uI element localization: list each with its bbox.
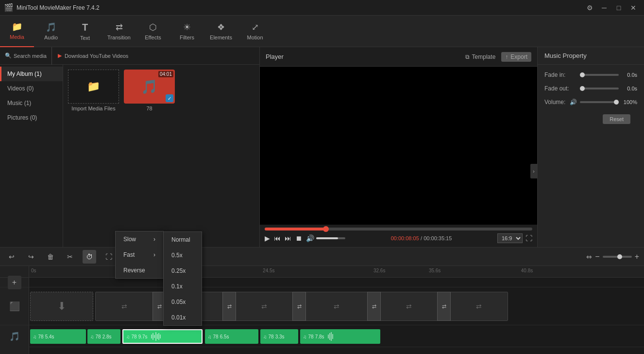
crop-button[interactable]: ⛶ [102,250,116,264]
toolbar-item-media[interactable]: 📁 Media [0,16,34,47]
speed-0.1x[interactable]: 0.1x [164,279,202,294]
audio-icon: 🎵 [46,22,56,33]
video-clip-4[interactable]: ⇄ [305,292,368,321]
speed-button[interactable]: ⏱ [83,250,96,264]
media-search-bar: 🔍 Search media ▶ Download YouTube Videos [0,47,259,65]
transition-clip-2[interactable]: ⇄ [222,292,236,321]
audio-clip-3-selected[interactable]: ♫ 78 9.7s [122,329,203,344]
toolbar-label-motion: Motion [247,35,263,40]
sidebar: My Album (1) Videos (0) Music (1) Pictur… [0,65,63,247]
transition-icon: ⇄ [116,22,123,33]
export-button[interactable]: ↑ Export [501,52,531,62]
reverse-icon-4: ⇄ [334,302,339,310]
aspect-ratio-select[interactable]: 16:9 9:16 1:1 4:3 [497,233,523,243]
progress-bar[interactable] [265,228,532,230]
toolbar-item-text[interactable]: T Text [68,16,102,47]
transition-clip-3[interactable]: ⇄ [292,292,306,321]
video-clip-5[interactable]: ⇄ [380,292,438,321]
stop-button[interactable]: ⏹ [295,234,302,242]
sidebar-item-my-album[interactable]: My Album (1) [0,67,63,81]
toolbar-item-audio[interactable]: 🎵 Audio [34,16,68,47]
transition-clip-5[interactable]: ⇄ [437,292,451,321]
template-button[interactable]: ⧉ Template [465,52,496,62]
speed-normal[interactable]: Normal [164,232,202,248]
player-title: Player [266,53,284,60]
toolbar-label-media: Media [10,34,24,40]
zoom-controls: ⇔ − + [586,252,639,261]
properties-content: Fade in: 0.0s Fade out: 0.0s V [538,65,644,112]
mute-button[interactable]: 🔊 [306,234,314,242]
speed-menu: Slow › Normal 0.5x 0.25x 0.1x 0.05x 0.01… [115,231,164,279]
video-clip-1[interactable]: ⇄ [95,292,153,321]
redo-button[interactable]: ↪ [24,250,38,264]
speed-0.05x[interactable]: 0.05x [164,294,202,310]
zoom-in-button[interactable]: + [635,252,639,261]
volume-prop-slider[interactable] [580,101,619,103]
music-card-1[interactable]: 🎵 04:01 ✓ 78 [124,70,175,111]
video-clip-6[interactable]: ⇄ [450,292,508,321]
import-media-card[interactable]: 📁 Import Media Files [68,70,119,111]
minimize-button[interactable]: ─ [597,2,611,13]
fade-in-slider[interactable] [580,74,619,76]
maximize-button[interactable]: □ [612,2,626,13]
properties-panel: Music Property Fade in: 0.0s Fade out: 0… [537,47,644,247]
close-button[interactable]: ✕ [627,2,640,13]
speed-0.25x[interactable]: 0.25x [164,263,202,279]
split-icon: ⇔ [586,253,592,261]
video-clip-3[interactable]: ⇄ [235,292,293,321]
audio-num-4: 78 [213,334,219,339]
text-icon: T [82,22,88,33]
volume-prop-thumb [614,100,619,105]
next-frame-button[interactable]: ⏭ [285,234,291,242]
play-button[interactable]: ▶ [265,234,270,242]
audio-clip-1[interactable]: ♫ 78 5.4s [30,329,86,344]
app-title: MiniTool MovieMaker Free 7.4.2 [17,4,100,11]
settings-button[interactable]: ⚙ [583,2,596,13]
audio-clip-5[interactable]: ♫ 78 3.3s [260,329,298,344]
reset-button[interactable]: Reset [603,114,630,124]
cut-button[interactable]: ✂ [63,250,77,264]
download-youtube-button[interactable]: ▶ Download YouTube Videos [52,47,135,65]
audio-clip-2[interactable]: ♫ 78 2.8s [87,329,120,344]
toolbar-item-effects[interactable]: ⬡ Effects [136,16,170,47]
reverse-label: Reverse [123,267,145,274]
audio-dur-2: 2.8s [102,334,112,339]
sidebar-item-music[interactable]: Music (1) [0,96,63,110]
fullscreen-button[interactable]: ⛶ [525,234,532,242]
player-bottom: ▶ ⏮ ⏭ ⏹ 🔊 00:00:08:05 / 00:00:35:15 [265,232,532,244]
toolbar-label-audio: Audio [44,35,58,40]
prev-frame-button[interactable]: ⏮ [274,234,281,242]
reverse-icon-6: ⇄ [476,302,482,310]
toolbar-item-filters[interactable]: ☀ Filters [170,16,204,47]
search-media-button[interactable]: 🔍 Search media [0,47,52,65]
speed-menu-slow[interactable]: Slow › Normal 0.5x 0.25x 0.1x 0.05x 0.01… [116,231,163,247]
panel-collapse-button[interactable]: › [530,164,537,178]
toolbar-item-transition[interactable]: ⇄ Transition [102,16,136,47]
delete-button[interactable]: 🗑 [44,250,57,264]
fade-in-value: 0.0s [622,72,637,78]
transition-clip-4[interactable]: ⇄ [367,292,381,321]
speed-0.5x[interactable]: 0.5x [164,248,202,263]
sidebar-item-pictures[interactable]: Pictures (0) [0,110,63,125]
audio-note-icon-5: ♫ [263,334,267,339]
sidebar-item-videos[interactable]: Videos (0) [0,81,63,96]
toolbar-item-motion[interactable]: ⤢ Motion [238,16,272,47]
undo-button[interactable]: ↩ [5,250,18,264]
zoom-out-button[interactable]: − [595,252,599,261]
zoom-slider[interactable] [603,256,632,258]
speed-menu-reverse[interactable]: Reverse [116,263,163,278]
volume-prop-value: 100% [622,99,637,105]
speed-menu-fast[interactable]: Fast › [116,247,163,263]
fade-out-slider[interactable] [580,88,619,89]
music-duration: 04:01 [158,71,173,77]
audio-clip-6[interactable]: ♫ 78 7.8s [300,329,380,344]
audio-clip-4[interactable]: ♫ 78 6.5s [205,329,258,344]
audio-dur-4: 6.5s [220,334,229,339]
music-thumb: 🎵 04:01 ✓ [124,70,175,104]
volume-slider[interactable] [316,237,345,239]
reverse-icon-3: ⇄ [261,302,267,310]
ruler-35s: 35.6s [429,268,441,273]
toolbar-item-elements[interactable]: ❖ Elements [204,16,238,47]
speed-0.01x[interactable]: 0.01x [164,310,202,325]
reverse-icon-5: ⇄ [406,302,412,310]
